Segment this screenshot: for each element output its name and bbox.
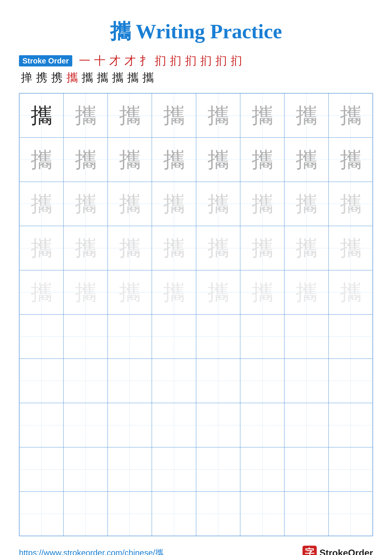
cell-6-1[interactable] (19, 314, 64, 359)
cell-3-1[interactable]: 攜 (19, 182, 64, 226)
cell-5-2[interactable]: 攜 (64, 270, 107, 314)
cell-3-5[interactable]: 攜 (196, 182, 240, 226)
cell-1-5[interactable]: 攜 (196, 93, 240, 138)
cell-2-2[interactable]: 攜 (64, 138, 107, 182)
cell-8-3[interactable] (108, 403, 152, 447)
cell-1-1[interactable]: 攜 (19, 93, 64, 138)
cell-2-7[interactable]: 攜 (284, 138, 328, 182)
practice-char: 攜 (252, 237, 273, 259)
cell-6-6[interactable] (240, 314, 284, 359)
cell-7-2[interactable] (64, 359, 107, 403)
cell-2-6[interactable]: 攜 (240, 138, 284, 182)
cell-5-8[interactable]: 攜 (328, 270, 373, 314)
cell-5-6[interactable]: 攜 (240, 270, 284, 314)
cell-7-8[interactable] (328, 359, 373, 403)
cell-9-4[interactable] (152, 447, 196, 492)
practice-char: 攜 (31, 282, 52, 303)
cell-6-4[interactable] (152, 314, 196, 359)
practice-char: 攜 (340, 282, 361, 303)
practice-char: 攜 (340, 105, 361, 126)
cell-4-6[interactable]: 攜 (240, 226, 284, 270)
cell-6-8[interactable] (328, 314, 373, 359)
stroke-18: 攜 (112, 70, 123, 85)
practice-char: 攜 (340, 193, 361, 215)
cell-4-4[interactable]: 攜 (152, 226, 196, 270)
practice-char: 攜 (163, 282, 185, 303)
grid-row-2: 攜 攜 攜 攜 攜 攜 攜 攜 (19, 138, 373, 182)
cell-9-6[interactable] (240, 447, 284, 492)
cell-6-3[interactable] (108, 314, 152, 359)
cell-10-7[interactable] (284, 492, 328, 536)
stroke-order-row1: Stroke Order 一 十 才 才 扌 扪 扪 扪 扪 扪 扪 (19, 53, 373, 68)
cell-10-1[interactable] (19, 492, 64, 536)
stroke-16: 攜 (82, 70, 93, 85)
cell-9-2[interactable] (64, 447, 107, 492)
cell-10-4[interactable] (152, 492, 196, 536)
cell-7-3[interactable] (108, 359, 152, 403)
cell-7-6[interactable] (240, 359, 284, 403)
cell-8-6[interactable] (240, 403, 284, 447)
cell-9-5[interactable] (196, 447, 240, 492)
cell-5-7[interactable]: 攜 (284, 270, 328, 314)
cell-2-5[interactable]: 攜 (196, 138, 240, 182)
cell-1-8[interactable]: 攜 (328, 93, 373, 138)
page-title: 攜 Writing Practice (110, 19, 282, 44)
cell-9-8[interactable] (328, 447, 373, 492)
cell-3-8[interactable]: 攜 (328, 182, 373, 226)
cell-4-2[interactable]: 攜 (64, 226, 107, 270)
cell-5-3[interactable]: 攜 (108, 270, 152, 314)
cell-9-3[interactable] (108, 447, 152, 492)
practice-char: 攜 (119, 105, 140, 126)
cell-5-4[interactable]: 攜 (152, 270, 196, 314)
cell-4-3[interactable]: 攜 (108, 226, 152, 270)
cell-3-2[interactable]: 攜 (64, 182, 107, 226)
cell-4-7[interactable]: 攜 (284, 226, 328, 270)
cell-7-4[interactable] (152, 359, 196, 403)
cell-3-3[interactable]: 攜 (108, 182, 152, 226)
cell-8-1[interactable] (19, 403, 64, 447)
cell-7-7[interactable] (284, 359, 328, 403)
cell-10-3[interactable] (108, 492, 152, 536)
cell-2-4[interactable]: 攜 (152, 138, 196, 182)
cell-2-1[interactable]: 攜 (19, 138, 64, 182)
cell-5-5[interactable]: 攜 (196, 270, 240, 314)
cell-4-5[interactable]: 攜 (196, 226, 240, 270)
cell-1-6[interactable]: 攜 (240, 93, 284, 138)
cell-7-5[interactable] (196, 359, 240, 403)
cell-2-8[interactable]: 攜 (328, 138, 373, 182)
cell-6-7[interactable] (284, 314, 328, 359)
cell-1-3[interactable]: 攜 (108, 93, 152, 138)
cell-10-8[interactable] (328, 492, 373, 536)
cell-10-6[interactable] (240, 492, 284, 536)
cell-6-5[interactable] (196, 314, 240, 359)
cell-6-2[interactable] (64, 314, 107, 359)
cell-3-6[interactable]: 攜 (240, 182, 284, 226)
cell-9-1[interactable] (19, 447, 64, 492)
cell-8-8[interactable] (328, 403, 373, 447)
cell-8-2[interactable] (64, 403, 107, 447)
grid-row-3: 攜 攜 攜 攜 攜 攜 攜 攜 (19, 182, 373, 226)
stroke-8: 扪 (185, 53, 197, 68)
cell-9-7[interactable] (284, 447, 328, 492)
cell-10-5[interactable] (196, 492, 240, 536)
practice-char: 攜 (296, 282, 317, 303)
grid-row-5: 攜 攜 攜 攜 攜 攜 攜 攜 (19, 270, 373, 314)
cell-1-7[interactable]: 攜 (284, 93, 328, 138)
practice-char: 攜 (296, 237, 317, 259)
cell-4-8[interactable]: 攜 (328, 226, 373, 270)
cell-1-4[interactable]: 攜 (152, 93, 196, 138)
cell-4-1[interactable]: 攜 (19, 226, 64, 270)
cell-2-3[interactable]: 攜 (108, 138, 152, 182)
cell-3-4[interactable]: 攜 (152, 182, 196, 226)
cell-8-7[interactable] (284, 403, 328, 447)
cell-10-2[interactable] (64, 492, 107, 536)
cell-3-7[interactable]: 攜 (284, 182, 328, 226)
cell-8-5[interactable] (196, 403, 240, 447)
stroke-9: 扪 (200, 53, 212, 68)
grid-row-9 (19, 447, 373, 492)
practice-char: 攜 (119, 193, 140, 215)
cell-1-2[interactable]: 攜 (64, 93, 107, 138)
cell-7-1[interactable] (19, 359, 64, 403)
cell-5-1[interactable]: 攜 (19, 270, 64, 314)
cell-8-4[interactable] (152, 403, 196, 447)
